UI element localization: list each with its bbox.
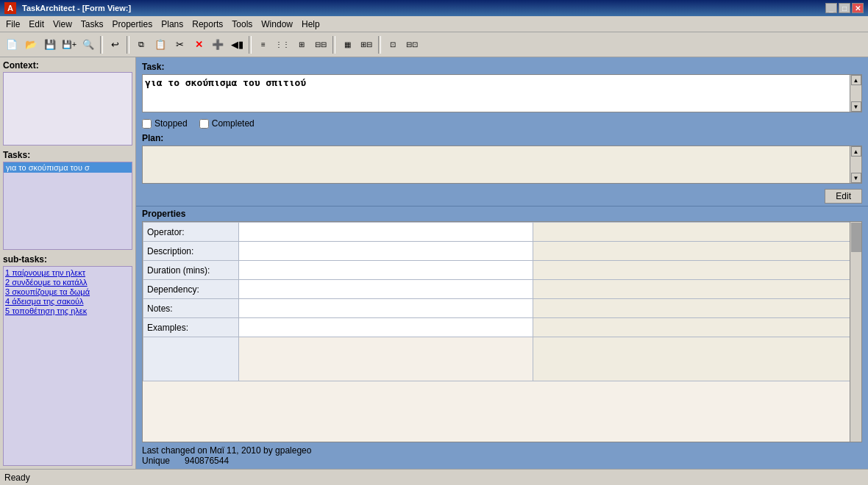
- main-container: Context: Tasks: για το σκούπισμα του σ s…: [0, 57, 868, 469]
- toolbar-view1-button[interactable]: ▦: [338, 36, 356, 54]
- status-bar: Ready: [0, 469, 868, 485]
- menu-reports[interactable]: Reports: [188, 18, 227, 31]
- duration-value[interactable]: [239, 261, 533, 280]
- description-label: Description:: [143, 242, 239, 261]
- operator-extra: [533, 223, 861, 242]
- menu-tools[interactable]: Tools: [227, 18, 257, 31]
- toolbar-cut-button[interactable]: ✂: [171, 36, 188, 54]
- toolbar-sep-3: [249, 36, 252, 54]
- unique-row: Unique 940876544: [142, 456, 862, 466]
- close-button[interactable]: ✕: [852, 3, 864, 13]
- subtasks-section: sub-tasks: 1 παίρνουμε την ηλεκτ 2 συνδέ…: [3, 254, 132, 466]
- duration-extra: [533, 261, 861, 280]
- toolbar-undo-button[interactable]: ↩: [106, 36, 124, 54]
- toolbar-nav-button[interactable]: ◀▮: [228, 36, 246, 54]
- status-text: Ready: [4, 473, 30, 483]
- menu-view[interactable]: View: [49, 18, 77, 31]
- dependency-value[interactable]: [239, 280, 533, 299]
- dependency-extra: [533, 280, 861, 299]
- examples-label: Examples:: [143, 318, 239, 337]
- notes-label: Notes:: [143, 299, 239, 318]
- context-box: [3, 72, 132, 146]
- properties-scrollbar[interactable]: [850, 222, 861, 442]
- toolbar-collapse-button[interactable]: ⊟⊡: [403, 36, 421, 54]
- notes-value[interactable]: [239, 299, 533, 318]
- menu-tasks[interactable]: Tasks: [77, 18, 108, 31]
- toolbar-copy-button[interactable]: ⧉: [132, 36, 150, 54]
- toolbar-delete-button[interactable]: ✕: [190, 36, 207, 54]
- maximize-button[interactable]: □: [839, 3, 850, 13]
- toolbar-format-button[interactable]: ⊟⊟: [312, 36, 330, 54]
- unique-label: Unique: [142, 456, 170, 466]
- toolbar-find-button[interactable]: 🔍: [79, 36, 97, 54]
- menu-bar: File Edit View Tasks Properties Plans Re…: [0, 16, 868, 32]
- extra-empty: [533, 337, 861, 381]
- menu-edit[interactable]: Edit: [24, 18, 49, 31]
- context-label: Context:: [3, 60, 132, 71]
- menu-properties[interactable]: Properties: [108, 18, 157, 31]
- toolbar-add-button[interactable]: ➕: [209, 36, 227, 54]
- footer-info: Last changed on Μαϊ 11, 2010 by gpalegeo…: [136, 442, 868, 469]
- plan-textarea[interactable]: [143, 146, 850, 183]
- title-bar: A TaskArchitect - [Form View:] _ □ ✕: [0, 0, 868, 16]
- subtask-item-3[interactable]: 3 σκουπίζουμε τα δωμά: [5, 287, 130, 296]
- completed-checkbox[interactable]: [199, 119, 209, 129]
- plan-scrollbar[interactable]: ▲ ▼: [850, 146, 861, 183]
- toolbar-new-button[interactable]: 📄: [3, 36, 21, 54]
- plan-section-label: Plan:: [142, 133, 862, 143]
- checkbox-row: Stopped Completed: [136, 115, 868, 132]
- subtask-item-5[interactable]: 5 τοποθέτηση της ηλεκ: [5, 306, 130, 315]
- form-panel: Task: ▲ ▼ Stopped Completed: [136, 57, 868, 469]
- title-bar-controls: _ □ ✕: [825, 3, 864, 13]
- toolbar-saveas-button[interactable]: 💾+: [60, 36, 78, 54]
- tasks-label: Tasks:: [3, 150, 132, 160]
- description-value[interactable]: [239, 242, 533, 261]
- operator-value[interactable]: [239, 223, 533, 242]
- toolbar-sep-5: [378, 36, 381, 54]
- menu-plans[interactable]: Plans: [157, 18, 188, 31]
- menu-help[interactable]: Help: [297, 18, 324, 31]
- edit-bar: Edit: [136, 187, 868, 206]
- properties-header: Properties: [136, 206, 868, 221]
- stopped-checkbox[interactable]: [142, 119, 152, 129]
- subtask-item-2[interactable]: 2 συνδέουμε το κατάλλ: [5, 278, 130, 287]
- toolbar-view2-button[interactable]: ⊞⊟: [357, 36, 375, 54]
- toolbar-sep-2: [127, 36, 129, 54]
- task-scroll-down[interactable]: ▼: [851, 101, 861, 112]
- minimize-button[interactable]: _: [825, 3, 837, 13]
- menu-window[interactable]: Window: [257, 18, 297, 31]
- toolbar-paste-button[interactable]: 📋: [152, 36, 169, 54]
- plan-scroll-up[interactable]: ▲: [851, 146, 861, 157]
- description-extra: [533, 242, 861, 261]
- examples-value[interactable]: [239, 318, 533, 337]
- toolbar-align-center-button[interactable]: ⋮⋮: [274, 36, 291, 54]
- title-bar-text: TaskArchitect - [Form View:]: [22, 4, 131, 12]
- subtask-item-4[interactable]: 4 άδεισμα της σακούλ: [5, 297, 130, 306]
- dependency-label: Dependency:: [143, 280, 239, 299]
- stopped-label: Stopped: [154, 118, 188, 129]
- property-row-description: Description:: [143, 242, 861, 261]
- plan-textarea-container: ▲ ▼: [142, 146, 862, 184]
- context-section: Context:: [3, 60, 132, 146]
- subtask-item-1[interactable]: 1 παίρνουμε την ηλεκτ: [5, 268, 130, 277]
- task-scrollbar[interactable]: ▲ ▼: [850, 75, 861, 112]
- task-input[interactable]: [143, 75, 850, 112]
- task-scroll-up[interactable]: ▲: [851, 75, 861, 85]
- property-row-examples: Examples:: [143, 318, 861, 337]
- toolbar-open-button[interactable]: 📂: [22, 36, 40, 54]
- properties-scroll-thumb[interactable]: [851, 223, 861, 252]
- toolbar-sep-4: [332, 36, 335, 54]
- menu-file[interactable]: File: [1, 18, 24, 31]
- completed-checkbox-label: Completed: [199, 118, 255, 129]
- toolbar-expand-button[interactable]: ⊡: [384, 36, 402, 54]
- toolbar-align-left-button[interactable]: ≡: [255, 36, 272, 54]
- stopped-checkbox-label: Stopped: [142, 118, 188, 129]
- toolbar-align-right-button[interactable]: ⊞: [293, 36, 310, 54]
- tasks-box: για το σκούπισμα του σ: [3, 162, 132, 250]
- edit-button[interactable]: Edit: [825, 189, 862, 204]
- plan-scroll-down[interactable]: ▼: [851, 173, 861, 183]
- selected-task-item[interactable]: για το σκούπισμα του σ: [4, 162, 132, 173]
- task-section-label: Task:: [142, 62, 862, 72]
- toolbar-sep-1: [100, 36, 103, 54]
- toolbar-save-button[interactable]: 💾: [41, 36, 59, 54]
